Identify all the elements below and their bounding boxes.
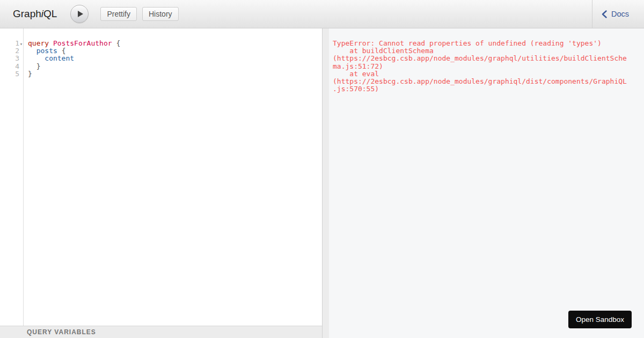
token-punct: { bbox=[116, 39, 120, 47]
app-title-part: QL bbox=[43, 8, 57, 19]
token-def: PostsForAuthor bbox=[53, 39, 112, 47]
error-message: TypeError: Cannot read properties of und… bbox=[329, 28, 644, 93]
result-pane: TypeError: Cannot read properties of und… bbox=[329, 28, 644, 338]
open-sandbox-button[interactable]: Open Sandbox bbox=[568, 311, 632, 328]
play-icon bbox=[76, 10, 84, 18]
gutter-row: 2 bbox=[0, 47, 23, 55]
token-plain bbox=[28, 62, 36, 70]
line-number: 4 bbox=[0, 63, 19, 70]
gutter-row: 4 bbox=[0, 63, 23, 70]
code-line[interactable]: } bbox=[28, 70, 322, 78]
gutter-row: 1▾ bbox=[0, 40, 23, 47]
code-line[interactable]: posts { bbox=[28, 47, 322, 55]
token-plain bbox=[28, 54, 45, 62]
token-plain bbox=[49, 39, 53, 47]
code-line[interactable]: } bbox=[28, 63, 322, 70]
docs-label: Docs bbox=[611, 10, 629, 18]
query-variables-bar[interactable]: QUERY VARIABLES bbox=[0, 326, 322, 338]
query-variables-title: QUERY VARIABLES bbox=[27, 326, 96, 338]
app-title: GraphiQL bbox=[13, 8, 57, 20]
gutter-row: 3 bbox=[0, 55, 23, 62]
token-property: content bbox=[45, 54, 74, 62]
gutter-row: 5 bbox=[0, 70, 23, 78]
token-plain bbox=[28, 47, 36, 55]
line-number: 5 bbox=[0, 70, 19, 78]
chevron-left-icon bbox=[602, 10, 607, 18]
token-plain bbox=[57, 47, 62, 55]
token-property: posts bbox=[36, 47, 57, 55]
line-number: 2 bbox=[0, 47, 19, 55]
line-number: 3 bbox=[0, 55, 19, 62]
token-keyword: query bbox=[28, 39, 49, 47]
code-lines[interactable]: query PostsForAuthor { posts { content }… bbox=[28, 28, 322, 78]
topbar: GraphiQL Prettify History Docs bbox=[0, 0, 644, 28]
token-punct: { bbox=[62, 47, 66, 55]
query-editor-pane[interactable]: 1▾2345 query PostsForAuthor { posts { co… bbox=[0, 28, 322, 338]
editor-gutter: 1▾2345 bbox=[0, 28, 24, 326]
history-button[interactable]: History bbox=[142, 7, 179, 21]
code-line[interactable]: content bbox=[28, 55, 322, 62]
prettify-button[interactable]: Prettify bbox=[100, 7, 137, 21]
app-title-part: Graph bbox=[13, 8, 41, 19]
token-punct: } bbox=[36, 62, 41, 70]
fold-marker-icon[interactable]: ▾ bbox=[19, 40, 23, 48]
docs-toggle[interactable]: Docs bbox=[592, 0, 644, 28]
main-area: 1▾2345 query PostsForAuthor { posts { co… bbox=[0, 28, 644, 338]
token-punct: } bbox=[28, 70, 32, 78]
line-number: 1 bbox=[0, 40, 19, 47]
execute-query-button[interactable] bbox=[70, 5, 89, 23]
pane-divider[interactable] bbox=[322, 28, 329, 338]
code-line[interactable]: query PostsForAuthor { bbox=[28, 40, 322, 47]
